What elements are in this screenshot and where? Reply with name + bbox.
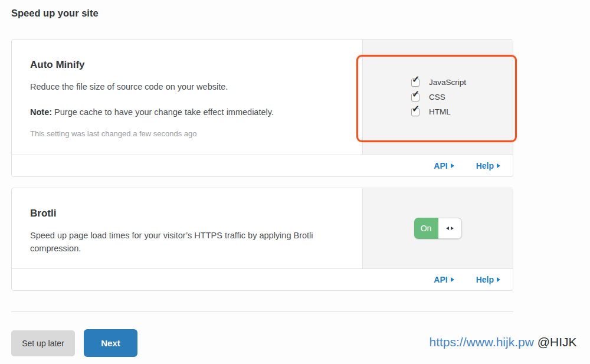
brotli-toggle[interactable]: On bbox=[414, 218, 462, 239]
watermark: https://www.hijk.pw @HIJK bbox=[416, 323, 590, 361]
api-link-label: API bbox=[434, 275, 447, 284]
arrow-left-icon bbox=[446, 227, 449, 230]
auto-minify-note: Note: Purge cache to have your change ta… bbox=[30, 107, 345, 117]
checkmark-icon: ✓ bbox=[412, 90, 419, 99]
html-checkbox-label: HTML bbox=[429, 107, 451, 116]
next-button[interactable]: Next bbox=[84, 329, 137, 357]
auto-minify-status: This setting was last changed a few seco… bbox=[30, 129, 345, 138]
checkbox-row-css: ✓ CSS bbox=[411, 93, 466, 101]
brotli-description: Speed up page load times for your visito… bbox=[30, 229, 345, 255]
auto-minify-description: Reduce the file size of source code on y… bbox=[30, 80, 345, 93]
toggle-on-segment: On bbox=[414, 218, 438, 239]
brotli-controls: On bbox=[362, 188, 513, 268]
auto-minify-help-link[interactable]: Help bbox=[476, 161, 500, 170]
toggle-knob[interactable] bbox=[438, 218, 462, 239]
watermark-handle: @HIJK bbox=[537, 335, 577, 349]
auto-minify-title: Auto Minify bbox=[30, 59, 345, 71]
note-label: Note: bbox=[30, 107, 52, 117]
auto-minify-checkbox-group: ✓ JavaScript ✓ CSS ✓ HTML bbox=[411, 78, 466, 116]
auto-minify-card-body: Auto Minify Reduce the file size of sour… bbox=[12, 40, 513, 155]
brotli-card: Brotli Speed up page load times for your… bbox=[11, 188, 513, 291]
note-text: Purge cache to have your change take eff… bbox=[54, 107, 274, 117]
checkmark-icon: ✓ bbox=[412, 75, 419, 84]
page: Speed up your site Auto Minify Reduce th… bbox=[0, 0, 590, 364]
brotli-help-link[interactable]: Help bbox=[476, 275, 500, 284]
html-checkbox[interactable]: ✓ bbox=[411, 108, 419, 116]
brotli-info: Brotli Speed up page load times for your… bbox=[12, 188, 362, 268]
brotli-title: Brotli bbox=[30, 208, 345, 219]
help-link-label: Help bbox=[476, 161, 494, 170]
checkbox-row-javascript: ✓ JavaScript bbox=[411, 78, 466, 87]
arrow-right-icon bbox=[451, 227, 454, 230]
checkmark-icon: ✓ bbox=[412, 104, 419, 114]
brotli-card-body: Brotli Speed up page load times for your… bbox=[12, 188, 513, 268]
brotli-api-link[interactable]: API bbox=[434, 275, 454, 284]
arrow-right-icon bbox=[497, 163, 500, 168]
api-link-label: API bbox=[434, 161, 447, 170]
auto-minify-card: Auto Minify Reduce the file size of sour… bbox=[11, 39, 513, 177]
checkbox-row-html: ✓ HTML bbox=[411, 107, 466, 116]
set-up-later-button[interactable]: Set up later bbox=[11, 330, 75, 356]
page-title: Speed up your site bbox=[11, 8, 99, 19]
arrow-right-icon bbox=[451, 277, 454, 282]
brotli-footer: API Help bbox=[12, 268, 513, 290]
javascript-checkbox-label: JavaScript bbox=[429, 78, 466, 87]
watermark-url-link[interactable]: https://www.hijk.pw bbox=[429, 335, 533, 349]
arrow-right-icon bbox=[497, 277, 500, 282]
css-checkbox[interactable]: ✓ bbox=[411, 93, 419, 101]
auto-minify-footer: API Help bbox=[12, 155, 513, 176]
css-checkbox-label: CSS bbox=[429, 93, 445, 101]
auto-minify-info: Auto Minify Reduce the file size of sour… bbox=[12, 40, 362, 155]
help-link-label: Help bbox=[476, 275, 494, 284]
bottom-divider bbox=[11, 311, 513, 312]
javascript-checkbox[interactable]: ✓ bbox=[411, 78, 419, 87]
auto-minify-api-link[interactable]: API bbox=[434, 161, 454, 170]
auto-minify-controls: ✓ JavaScript ✓ CSS ✓ HTML bbox=[362, 40, 513, 155]
arrow-right-icon bbox=[451, 163, 454, 168]
